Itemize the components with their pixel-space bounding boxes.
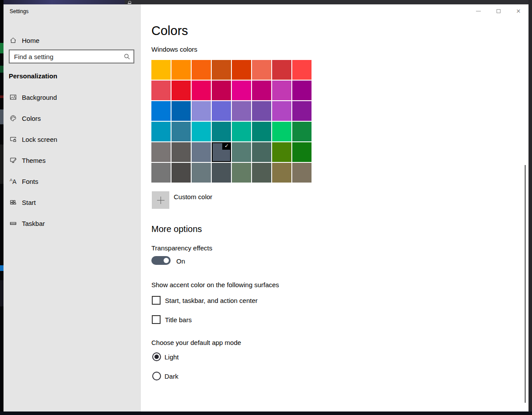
- sidebar-item-colors[interactable]: Colors: [4, 109, 141, 127]
- checkbox-label: Title bars: [165, 316, 192, 324]
- minimize-icon: [476, 11, 481, 11]
- checkbox-icon[interactable]: [152, 296, 161, 305]
- color-swatch[interactable]: [292, 101, 312, 121]
- color-swatch[interactable]: [232, 142, 251, 162]
- color-swatch[interactable]: [272, 81, 291, 100]
- sidebar-item-label: Fonts: [22, 178, 38, 185]
- color-swatch[interactable]: [212, 101, 231, 121]
- radio-light[interactable]: Light: [152, 352, 179, 361]
- color-swatch[interactable]: [252, 122, 271, 141]
- settings-window: ✕ Settings Home Personalization Backgrou…: [4, 4, 528, 411]
- color-swatch[interactable]: [292, 60, 312, 80]
- color-swatch[interactable]: [292, 163, 312, 183]
- sidebar-section-title: Personalization: [9, 72, 57, 80]
- color-swatch[interactable]: [192, 60, 211, 80]
- color-swatch[interactable]: [192, 142, 211, 162]
- checkbox-icon[interactable]: [152, 315, 161, 324]
- search-input[interactable]: [10, 53, 120, 60]
- color-swatch[interactable]: [272, 142, 291, 162]
- color-swatch[interactable]: [192, 101, 211, 121]
- color-swatch[interactable]: [192, 163, 211, 183]
- background-app-icon: [128, 1, 131, 4]
- sidebar-item-home[interactable]: Home: [4, 32, 141, 49]
- color-swatch[interactable]: [151, 163, 171, 183]
- sidebar-item-lock-screen[interactable]: Lock screen: [4, 130, 141, 148]
- toggle-knob-icon: [164, 258, 169, 263]
- color-swatch[interactable]: [232, 101, 251, 121]
- color-swatch[interactable]: [212, 163, 231, 183]
- color-swatch[interactable]: [272, 122, 291, 141]
- sidebar-item-start[interactable]: Start: [4, 193, 141, 211]
- color-swatch[interactable]: [212, 122, 231, 141]
- sidebar-item-label: Colors: [22, 115, 41, 122]
- checkbox-row-title-bars[interactable]: Title bars: [152, 315, 192, 324]
- themes-icon: [10, 156, 17, 164]
- color-swatch[interactable]: [151, 60, 171, 80]
- color-swatch[interactable]: [172, 142, 191, 162]
- colors-settings-pane: Colors Windows colors ✓ Custom color Mor…: [141, 4, 528, 411]
- sidebar-item-label: Start: [22, 199, 36, 206]
- sidebar-item-fonts[interactable]: AA Fonts: [4, 172, 141, 190]
- sidebar-item-background[interactable]: Background: [4, 88, 141, 106]
- color-swatch[interactable]: [272, 163, 291, 183]
- window-title: Settings: [10, 8, 28, 14]
- taskbar-icon: [10, 219, 17, 227]
- selected-check-icon: ✓: [222, 142, 231, 150]
- transparency-label: Transparency effects: [151, 244, 212, 252]
- color-swatch[interactable]: [232, 163, 251, 183]
- background-window-titlebar: [125, 0, 528, 4]
- color-swatch[interactable]: [172, 60, 191, 80]
- radio-icon[interactable]: [152, 372, 161, 380]
- custom-color-button[interactable]: [152, 191, 169, 209]
- sidebar-item-themes[interactable]: Themes: [4, 151, 141, 169]
- sidebar-item-label: Themes: [22, 157, 46, 164]
- color-swatch[interactable]: [192, 81, 211, 100]
- color-swatch[interactable]: [252, 142, 271, 162]
- desktop-right-strip: [528, 0, 532, 415]
- close-button[interactable]: ✕: [508, 4, 528, 18]
- color-swatch[interactable]: [232, 122, 251, 141]
- close-icon: ✕: [516, 8, 521, 14]
- color-swatch[interactable]: ✓: [212, 142, 231, 162]
- page-title: Colors: [151, 24, 188, 38]
- checkbox-label: Start, taskbar, and action center: [165, 297, 258, 304]
- plus-icon: [157, 197, 164, 204]
- color-swatch[interactable]: [252, 163, 271, 183]
- color-swatch[interactable]: [172, 122, 191, 141]
- color-swatch[interactable]: [151, 122, 171, 141]
- color-swatch[interactable]: [292, 81, 312, 100]
- minimize-button[interactable]: [468, 4, 488, 18]
- color-swatch[interactable]: [232, 60, 251, 80]
- color-swatch[interactable]: [151, 81, 171, 100]
- image-icon: [10, 93, 17, 101]
- windows-colors-grid: ✓: [151, 60, 312, 183]
- color-swatch[interactable]: [252, 101, 271, 121]
- search-icon[interactable]: [120, 53, 133, 60]
- fonts-icon: AA: [10, 177, 17, 185]
- color-swatch[interactable]: [212, 60, 231, 80]
- color-swatch[interactable]: [272, 60, 291, 80]
- transparency-state-label: On: [176, 257, 185, 265]
- sidebar-item-label: Background: [22, 94, 57, 101]
- color-swatch[interactable]: [172, 81, 191, 100]
- checkbox-row-start-taskbar[interactable]: Start, taskbar, and action center: [152, 296, 258, 305]
- color-swatch[interactable]: [292, 122, 312, 141]
- sidebar-item-taskbar[interactable]: Taskbar: [4, 215, 141, 232]
- color-swatch[interactable]: [212, 81, 231, 100]
- color-swatch[interactable]: [252, 81, 271, 100]
- radio-dark[interactable]: Dark: [152, 372, 178, 380]
- color-swatch[interactable]: [252, 60, 271, 80]
- color-swatch[interactable]: [292, 142, 312, 162]
- maximize-button[interactable]: [488, 4, 508, 18]
- color-swatch[interactable]: [172, 101, 191, 121]
- color-swatch[interactable]: [172, 163, 191, 183]
- color-swatch[interactable]: [151, 142, 171, 162]
- color-swatch[interactable]: [232, 81, 251, 100]
- color-swatch[interactable]: [192, 122, 211, 141]
- transparency-toggle[interactable]: [151, 256, 171, 265]
- more-options-title: More options: [151, 224, 202, 234]
- color-swatch[interactable]: [272, 101, 291, 121]
- radio-icon[interactable]: [152, 352, 161, 361]
- color-swatch[interactable]: [151, 101, 171, 121]
- scrollbar-thumb[interactable]: [525, 165, 526, 403]
